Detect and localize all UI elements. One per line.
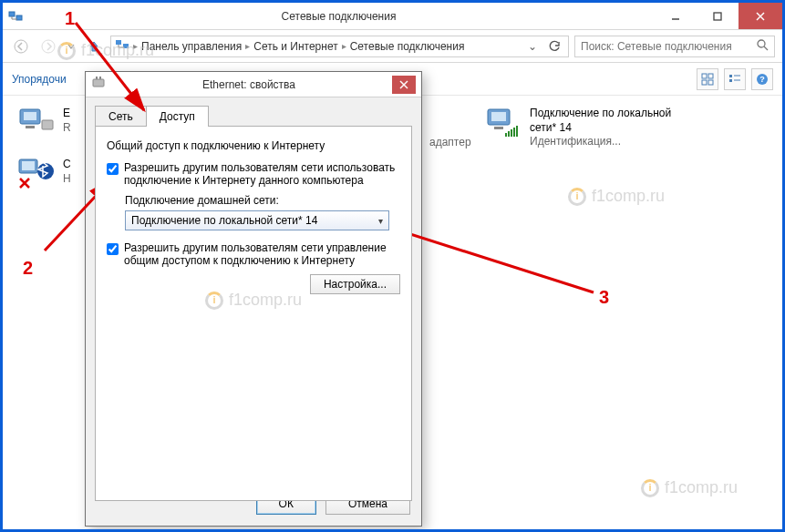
svg-line-11 (764, 46, 768, 50)
svg-rect-24 (26, 126, 35, 128)
bluetooth-icon (17, 158, 56, 190)
svg-rect-38 (516, 126, 518, 137)
connection-label: E (63, 107, 71, 121)
app-icon (8, 9, 23, 24)
search-input[interactable] (581, 40, 751, 53)
svg-rect-37 (513, 128, 515, 137)
titlebar: Сетевые подключения (3, 3, 782, 30)
chevron-right-icon: ▸ (342, 41, 346, 51)
connection-sublabel: Н (63, 172, 71, 187)
lan-icon (484, 107, 522, 139)
home-connection-label: Подключение домашней сети: (125, 194, 400, 207)
breadcrumb[interactable]: ▸Сетевые подключения (342, 40, 465, 53)
svg-rect-12 (702, 74, 707, 78)
group-title: Общий доступ к подключению к Интернету (107, 139, 400, 152)
svg-rect-34 (505, 133, 507, 137)
ethernet-icon (17, 107, 56, 139)
tab-page-sharing: Общий доступ к подключению к Интернету Р… (95, 126, 412, 501)
svg-point-10 (758, 40, 765, 47)
tab-network[interactable]: Сеть (95, 106, 147, 127)
svg-rect-39 (93, 79, 104, 87)
svg-rect-40 (96, 77, 98, 79)
chevron-right-icon: ▸ (245, 41, 250, 51)
svg-point-6 (15, 40, 27, 53)
search-icon[interactable] (757, 39, 769, 54)
back-button[interactable] (10, 36, 32, 57)
dialog-close-button[interactable] (392, 76, 416, 94)
connection-item-bluetooth[interactable]: С Н (17, 158, 71, 190)
combo-value: Подключение по локальной сети* 14 (131, 214, 317, 227)
breadcrumb-label: Сеть и Интернет (253, 40, 337, 53)
checkbox-input[interactable] (107, 243, 119, 255)
chevron-down-icon: ▾ (378, 216, 383, 226)
svg-rect-13 (708, 74, 713, 78)
watermark: f1comp.ru (205, 291, 302, 310)
annotation-number-2: 2 (23, 258, 33, 279)
watermark: f1comp.ru (568, 187, 665, 206)
svg-rect-16 (729, 75, 732, 77)
window-controls (655, 3, 782, 29)
breadcrumb[interactable]: ▸Сеть и Интернет (245, 40, 337, 53)
adapter-fragment: адаптер (429, 136, 471, 148)
svg-rect-36 (511, 129, 512, 137)
window-title: Сетевые подключения (23, 10, 655, 23)
checkbox-allow-control[interactable]: Разрешить другим пользователям сети упра… (107, 241, 400, 267)
svg-rect-0 (9, 12, 15, 16)
adapter-icon (91, 76, 106, 93)
connection-sublabel: R (63, 121, 71, 136)
minimize-button[interactable] (655, 3, 697, 29)
svg-rect-41 (99, 77, 101, 79)
dialog-titlebar: Ethernet: свойства (86, 72, 421, 97)
checkbox-input[interactable] (107, 163, 119, 175)
checkbox-label: Разрешить другим пользователям сети упра… (124, 241, 400, 267)
organize-menu[interactable]: Упорядочи (12, 73, 67, 86)
settings-button[interactable]: Настройка... (310, 274, 400, 294)
checkbox-allow-share[interactable]: Разрешить другим пользователям сети испо… (107, 161, 400, 187)
view-controls: ? (697, 68, 773, 90)
annotation-number-1: 1 (65, 8, 75, 29)
view-tiles-button[interactable] (697, 68, 718, 90)
address-bar[interactable]: ▸Панель управления ▸Сеть и Интернет ▸Сет… (110, 36, 569, 57)
connection-label: Подключение по локальной (530, 107, 671, 121)
svg-rect-3 (714, 13, 721, 20)
properties-dialog: Ethernet: свойства Сеть Доступ Общий дос… (85, 71, 422, 527)
dialog-title: Ethernet: свойства (111, 78, 387, 91)
breadcrumb-label: Панель управления (141, 40, 242, 53)
svg-text:?: ? (759, 75, 765, 84)
svg-point-7 (42, 40, 55, 53)
svg-point-28 (37, 163, 54, 179)
dialog-tabs: Сеть Доступ (95, 106, 412, 127)
watermark: f1comp.ru (57, 41, 154, 60)
svg-rect-14 (702, 80, 707, 85)
forward-button[interactable] (37, 36, 59, 57)
watermark: f1comp.ru (641, 478, 738, 497)
svg-rect-35 (508, 131, 510, 137)
connection-label: сети* 14 (530, 121, 671, 136)
breadcrumb-label: Сетевые подключения (350, 40, 465, 53)
help-button[interactable]: ? (751, 68, 773, 90)
svg-rect-32 (491, 112, 506, 121)
address-dropdown[interactable]: ⌄ (524, 40, 541, 53)
connection-label: С (63, 158, 71, 172)
titlebar-left (8, 9, 23, 24)
maximize-button[interactable] (697, 3, 739, 29)
search-box[interactable] (574, 36, 775, 57)
home-connection-combo[interactable]: Подключение по локальной сети* 14 ▾ (125, 210, 389, 230)
view-details-button[interactable] (724, 68, 746, 90)
svg-rect-27 (22, 161, 35, 170)
tab-sharing[interactable]: Доступ (146, 106, 209, 127)
close-button[interactable] (739, 3, 782, 29)
svg-rect-23 (24, 112, 36, 120)
annotation-number-3: 3 (599, 287, 609, 308)
svg-rect-33 (494, 127, 503, 129)
checkbox-label: Разрешить другим пользователям сети испо… (124, 161, 400, 187)
refresh-button[interactable] (544, 40, 564, 53)
connection-status: Идентификация... (530, 135, 671, 149)
svg-rect-18 (729, 79, 732, 82)
connection-item-ethernet[interactable]: E R (17, 107, 71, 139)
svg-rect-25 (42, 120, 53, 129)
connection-item-lan[interactable]: Подключение по локальной сети* 14 Иденти… (484, 107, 671, 149)
svg-rect-15 (708, 80, 713, 85)
